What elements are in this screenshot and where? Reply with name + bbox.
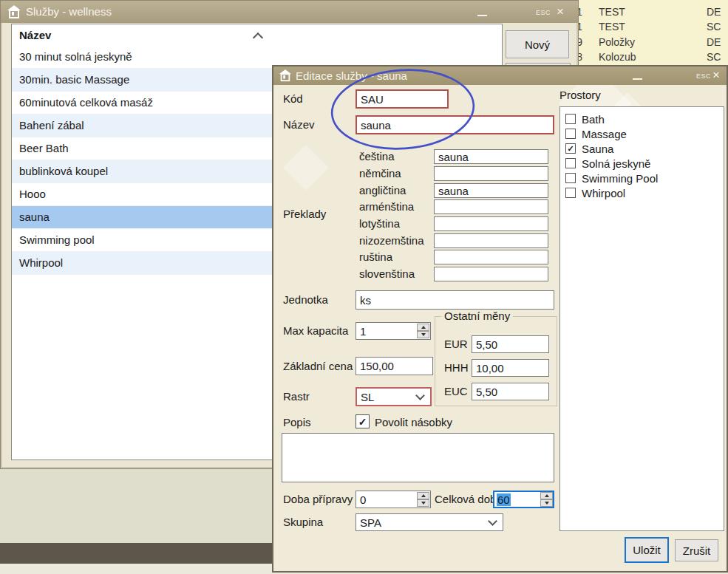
doba-pripravy-value: 0 xyxy=(360,493,366,506)
preklady-label: Překlady xyxy=(283,207,326,222)
prostory-label: Prostory xyxy=(559,89,601,102)
skupina-value: SPA xyxy=(360,516,381,529)
services-window-titlebar: Služby - wellness ESC × xyxy=(1,1,578,23)
spin-up-button[interactable] xyxy=(417,492,429,499)
prostory-item-label: Sauna xyxy=(582,143,613,155)
currency-label: EUC xyxy=(444,383,468,400)
translation-field[interactable] xyxy=(434,166,548,181)
spin-down-button[interactable] xyxy=(417,499,429,507)
checkbox[interactable] xyxy=(565,188,576,198)
rastr-value: SL xyxy=(361,391,374,403)
bg-row-code: SC xyxy=(707,21,721,33)
popis-label: Popis xyxy=(283,415,311,429)
skupina-label: Skupina xyxy=(283,513,323,531)
kod-label: Kód xyxy=(283,89,303,109)
minimize-icon[interactable] xyxy=(633,78,642,80)
translation-label: lotyština xyxy=(359,216,400,231)
max-kapacita-field[interactable]: 1 xyxy=(356,322,431,340)
celkova-doba-label: Celková doba xyxy=(435,491,503,508)
bg-row-name: TEST xyxy=(599,21,625,33)
checkbox[interactable] xyxy=(565,158,576,168)
translation-field[interactable] xyxy=(434,199,548,214)
jednotka-field[interactable]: ks xyxy=(356,290,554,310)
check-mark: ✓ xyxy=(358,416,367,428)
watermark xyxy=(283,145,329,191)
translation-field[interactable] xyxy=(434,267,548,281)
spin-up-button[interactable] xyxy=(417,324,429,331)
checkbox[interactable]: ✓ xyxy=(565,143,576,154)
translation-field[interactable] xyxy=(434,233,548,248)
window-title: Služby - wellness xyxy=(26,5,112,18)
currency-value: 10,00 xyxy=(476,362,504,375)
prostory-item[interactable]: Massage xyxy=(565,126,724,141)
save-button[interactable]: Uložit xyxy=(625,537,669,563)
currency-field[interactable]: 5,50 xyxy=(472,335,549,353)
cancel-button[interactable]: Zrušit xyxy=(675,539,718,561)
celkova-doba-value: 60 xyxy=(497,493,511,506)
sort-ascending-icon[interactable] xyxy=(253,33,263,43)
povolit-nasobky-checkbox[interactable]: ✓ xyxy=(356,414,370,428)
rastr-label: Rastr xyxy=(283,387,310,406)
close-icon[interactable]: × xyxy=(712,69,720,81)
translation-field[interactable]: sauna xyxy=(434,183,548,198)
esc-label: ESC xyxy=(536,9,551,16)
column-header-nazev[interactable]: Název xyxy=(12,24,502,46)
checkbox[interactable] xyxy=(565,173,576,183)
doba-pripravy-field[interactable]: 0 xyxy=(356,491,431,508)
prostory-item-label: Whirpool xyxy=(582,187,625,199)
prostory-item[interactable]: Whirpool xyxy=(565,185,724,200)
popis-textarea[interactable] xyxy=(282,433,554,482)
nazev-field[interactable]: sauna xyxy=(356,115,554,134)
celkova-doba-field[interactable]: 60 xyxy=(493,491,554,508)
minimize-icon[interactable] xyxy=(477,15,487,16)
bg-row-name: Položky xyxy=(599,36,635,48)
povolit-nasobky-label: Povolit násobky xyxy=(375,415,452,429)
translation-value: sauna xyxy=(438,185,469,197)
zakladni-cena-value: 150,00 xyxy=(360,360,394,372)
currency-label: HHH xyxy=(444,359,469,377)
zakladni-cena-field[interactable]: 150,00 xyxy=(356,357,433,375)
currency-value: 5,50 xyxy=(476,338,497,351)
translation-label: čeština xyxy=(359,149,395,164)
new-button[interactable]: Nový xyxy=(506,30,569,58)
bg-row-code: SC xyxy=(707,51,721,63)
translation-field[interactable]: sauna xyxy=(434,149,548,164)
skupina-dropdown[interactable]: SPA xyxy=(356,513,503,531)
jednotka-value: ks xyxy=(360,294,371,307)
translation-field[interactable] xyxy=(434,250,548,264)
translation-label: arménština xyxy=(359,199,414,214)
checkbox[interactable] xyxy=(565,114,576,124)
prostory-item-label: Bath xyxy=(582,113,605,126)
close-icon[interactable]: × xyxy=(557,5,564,18)
chevron-down-icon xyxy=(415,391,425,400)
check-mark: ✓ xyxy=(567,144,574,154)
dialog-titlebar: Editace služby - sauna ESC × xyxy=(273,66,727,85)
bg-row-name: TEST xyxy=(599,6,625,18)
dialog-title: Editace služby - sauna xyxy=(296,69,407,82)
spin-down-button[interactable] xyxy=(417,331,429,338)
currency-field[interactable]: 5,50 xyxy=(472,383,549,400)
prostory-list: Bath Massage ✓ Sauna Solná jeskyně Swimm… xyxy=(559,106,724,531)
prostory-item[interactable]: ✓ Sauna xyxy=(565,141,724,156)
nazev-label: Název xyxy=(283,115,315,134)
prostory-item[interactable]: Solná jeskyně xyxy=(565,156,724,171)
currency-field[interactable]: 10,00 xyxy=(472,359,549,377)
prostory-item[interactable]: Bath xyxy=(565,112,724,126)
bg-row-name: Kolozub xyxy=(599,51,636,63)
max-kapacita-value: 1 xyxy=(360,325,366,338)
ostatni-meny-label: Ostatní měny xyxy=(441,310,513,322)
prostory-item[interactable]: Swimming Pool xyxy=(565,171,724,185)
spin-up-button[interactable] xyxy=(540,492,553,499)
edit-service-dialog: Editace služby - sauna ESC × Kód SAU Náz… xyxy=(272,65,728,573)
ostatni-meny-group: Ostatní měny EUR 5,50 HHH 10,00 EUC 5,50 xyxy=(435,316,557,406)
window-icon xyxy=(7,6,20,18)
kod-field[interactable]: SAU xyxy=(356,89,449,109)
window-icon xyxy=(279,70,290,81)
bg-row-code: DE xyxy=(707,6,721,18)
checkbox[interactable] xyxy=(565,129,576,139)
spin-down-button[interactable] xyxy=(540,499,553,507)
translation-field[interactable] xyxy=(434,216,548,231)
rastr-dropdown[interactable]: SL xyxy=(356,387,432,406)
translation-label: nizozemština xyxy=(359,233,424,248)
currency-label: EUR xyxy=(444,335,468,353)
